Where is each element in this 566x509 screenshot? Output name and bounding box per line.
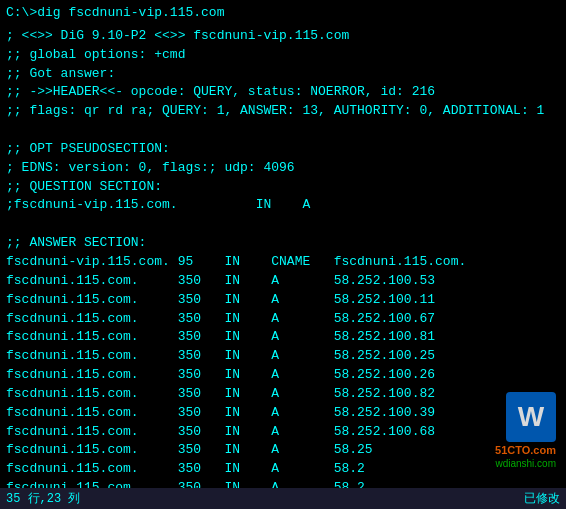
- answer-row: fscdnuni.115.com. 350 IN A 58.252.100.82: [6, 385, 560, 404]
- answer-row: fscdnuni.115.com. 350 IN A 58.252.100.81: [6, 328, 560, 347]
- answer-row: fscdnuni.115.com. 350 IN A 58.252.100.11: [6, 291, 560, 310]
- output-line-8: ;; QUESTION SECTION:: [6, 178, 560, 197]
- terminal-window: C:\>dig fscdnuni-vip.115.com ; <<>> DiG …: [0, 0, 566, 509]
- output-line-3: ;; Got answer:: [6, 65, 560, 84]
- watermark: W 51CTO.com wdianshi.com: [495, 392, 556, 469]
- output-line-1: ; <<>> DiG 9.10-P2 <<>> fscdnuni-vip.115…: [6, 27, 560, 46]
- answer-row: fscdnuni.115.com. 350 IN A 58.252.100.67: [6, 310, 560, 329]
- answer-row: fscdnuni.115.com. 350 IN A 58.252.100.68: [6, 423, 560, 442]
- answer-row: fscdnuni-vip.115.com. 95 IN CNAME fscdnu…: [6, 253, 560, 272]
- output-line-7: ; EDNS: version: 0, flags:; udp: 4096: [6, 159, 560, 178]
- answer-section: fscdnuni-vip.115.com. 95 IN CNAME fscdnu…: [6, 253, 560, 498]
- output-line-answer-header: ;; ANSWER SECTION:: [6, 234, 560, 253]
- output-line-2: ;; global options: +cmd: [6, 46, 560, 65]
- watermark-logo: W: [506, 392, 556, 442]
- watermark-site1: 51CTO.com: [495, 444, 556, 456]
- answer-row: fscdnuni.115.com. 350 IN A 58.252.100.39: [6, 404, 560, 423]
- command-line: C:\>dig fscdnuni-vip.115.com: [6, 4, 560, 23]
- bottom-bar: 35 行,23 列 已修改: [0, 488, 566, 509]
- output-line-blank1: [6, 121, 560, 140]
- output-line-blank2: [6, 215, 560, 234]
- output-line-4: ;; ->>HEADER<<- opcode: QUERY, status: N…: [6, 83, 560, 102]
- answer-row: fscdnuni.115.com. 350 IN A 58.25: [6, 441, 560, 460]
- bottom-bar-status: 已修改: [524, 490, 560, 507]
- watermark-site2: wdianshi.com: [495, 458, 556, 469]
- output-line-5: ;; flags: qr rd ra; QUERY: 1, ANSWER: 13…: [6, 102, 560, 121]
- output-line-6: ;; OPT PSEUDOSECTION:: [6, 140, 560, 159]
- answer-row: fscdnuni.115.com. 350 IN A 58.252.100.53: [6, 272, 560, 291]
- output-line-9: ;fscdnuni-vip.115.com. IN A: [6, 196, 560, 215]
- answer-row: fscdnuni.115.com. 350 IN A 58.2: [6, 460, 560, 479]
- answer-row: fscdnuni.115.com. 350 IN A 58.252.100.26: [6, 366, 560, 385]
- answer-row: fscdnuni.115.com. 350 IN A 58.252.100.25: [6, 347, 560, 366]
- bottom-bar-position: 35 行,23 列: [6, 490, 80, 507]
